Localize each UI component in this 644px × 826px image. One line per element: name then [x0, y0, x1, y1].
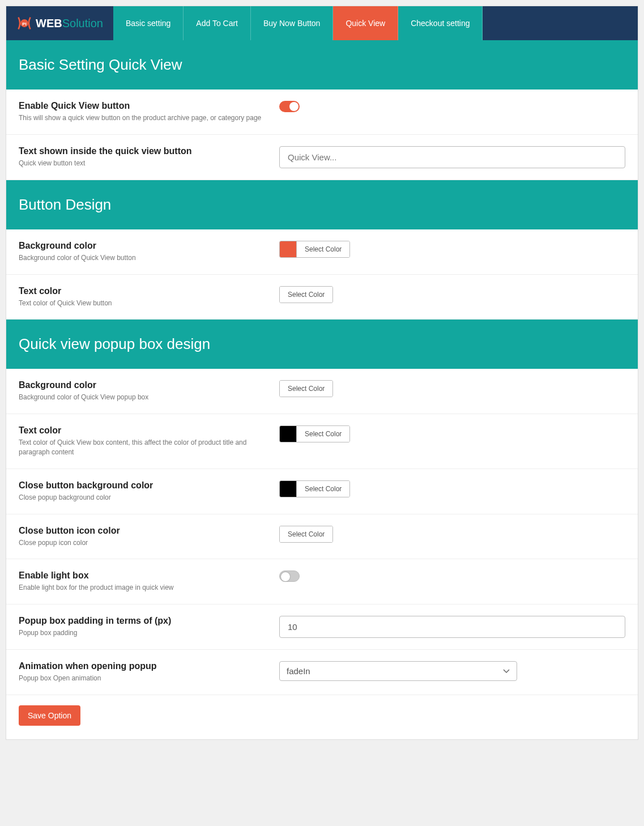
anim-desc: Popup box Open animation — [19, 674, 279, 683]
btn-text-label: Text color — [19, 286, 279, 296]
enable-toggle[interactable] — [279, 101, 300, 112]
btn-bg-label: Background color — [19, 241, 279, 251]
btn-bg-desc: Background color of Quick View button — [19, 253, 279, 263]
popup-text-select-button[interactable]: Select Color — [297, 426, 349, 442]
btn-bg-swatch — [280, 241, 297, 257]
lightbox-label: Enable light box — [19, 570, 279, 581]
btn-bg-color-picker[interactable]: Select Color — [279, 241, 350, 258]
row-popup-bg-color: Background color Background color of Qui… — [6, 369, 638, 414]
row-popup-animation: Animation when opening popup Popup box O… — [6, 650, 638, 695]
popup-text-color-picker[interactable]: Select Color — [279, 425, 350, 442]
button-text-desc: Quick view button text — [19, 159, 279, 168]
tab-quick-view[interactable]: Quick View — [333, 6, 398, 40]
popup-bg-desc: Background color of Quick View popup box — [19, 393, 279, 402]
tab-buy-now-button[interactable]: Buy Now Button — [251, 6, 333, 40]
padding-desc: Popup box padding — [19, 628, 279, 638]
svg-text:PI: PI — [22, 22, 26, 27]
row-btn-bg-color: Background color Background color of Qui… — [6, 229, 638, 275]
save-row: Save Option — [6, 695, 638, 739]
section-basic-title: Basic Setting Quick View — [6, 40, 638, 90]
tab-checkout-setting[interactable]: Checkout setting — [398, 6, 483, 40]
nav-tabs: Basic setting Add To Cart Buy Now Button… — [113, 6, 483, 40]
enable-desc: This will show a quick view button on th… — [19, 113, 279, 123]
brand-icon: PI — [16, 15, 32, 31]
close-icon-color-picker[interactable]: Select Color — [279, 526, 333, 543]
brand-text: WEBSolution — [36, 17, 103, 30]
anim-label: Animation when opening popup — [19, 661, 279, 671]
popup-bg-select-button[interactable]: Select Color — [280, 381, 332, 397]
brand-logo: PI WEBSolution — [6, 6, 113, 40]
row-enable-quickview: Enable Quick View button This will show … — [6, 90, 638, 135]
row-enable-lightbox: Enable light box Enable light box for th… — [6, 559, 638, 604]
save-button[interactable]: Save Option — [19, 705, 80, 726]
close-bg-label: Close button background color — [19, 480, 279, 491]
topbar: PI WEBSolution Basic setting Add To Cart… — [6, 6, 638, 40]
btn-text-select-button[interactable]: Select Color — [280, 287, 332, 303]
close-bg-desc: Close popup background color — [19, 493, 279, 503]
popup-text-desc: Text color of Quick View box content, th… — [19, 438, 279, 457]
section-popup-title: Quick view popup box design — [6, 320, 638, 369]
close-bg-color-picker[interactable]: Select Color — [279, 480, 350, 497]
row-close-icon-color: Close button icon color Close popup icon… — [6, 514, 638, 560]
popup-bg-label: Background color — [19, 380, 279, 390]
row-popup-padding: Popup box padding in terms of (px) Popup… — [6, 604, 638, 650]
popup-text-swatch — [280, 426, 297, 442]
popup-text-label: Text color — [19, 425, 279, 436]
lightbox-toggle[interactable] — [279, 570, 300, 582]
button-text-label: Text shown inside the quick view button — [19, 146, 279, 156]
row-btn-text-color: Text color Text color of Quick View butt… — [6, 275, 638, 320]
popup-bg-color-picker[interactable]: Select Color — [279, 380, 333, 397]
tab-add-to-cart[interactable]: Add To Cart — [184, 6, 251, 40]
close-icon-desc: Close popup icon color — [19, 538, 279, 548]
close-bg-select-button[interactable]: Select Color — [297, 481, 349, 497]
padding-input[interactable] — [279, 616, 625, 638]
anim-select[interactable]: fadeIn — [279, 661, 517, 681]
close-bg-swatch — [280, 481, 297, 497]
section-button-title: Button Design — [6, 180, 638, 229]
btn-text-color-picker[interactable]: Select Color — [279, 286, 333, 303]
settings-panel: PI WEBSolution Basic setting Add To Cart… — [6, 6, 638, 740]
enable-label: Enable Quick View button — [19, 101, 279, 111]
btn-bg-select-button[interactable]: Select Color — [297, 241, 349, 257]
padding-label: Popup box padding in terms of (px) — [19, 616, 279, 626]
lightbox-desc: Enable light box for the product image i… — [19, 583, 279, 593]
row-popup-text-color: Text color Text color of Quick View box … — [6, 414, 638, 469]
close-icon-label: Close button icon color — [19, 526, 279, 536]
btn-text-desc: Text color of Quick View button — [19, 299, 279, 308]
tab-basic-setting[interactable]: Basic setting — [113, 6, 184, 40]
close-icon-select-button[interactable]: Select Color — [280, 526, 332, 542]
row-close-bg-color: Close button background color Close popu… — [6, 469, 638, 514]
row-button-text: Text shown inside the quick view button … — [6, 135, 638, 180]
button-text-input[interactable] — [279, 146, 625, 168]
